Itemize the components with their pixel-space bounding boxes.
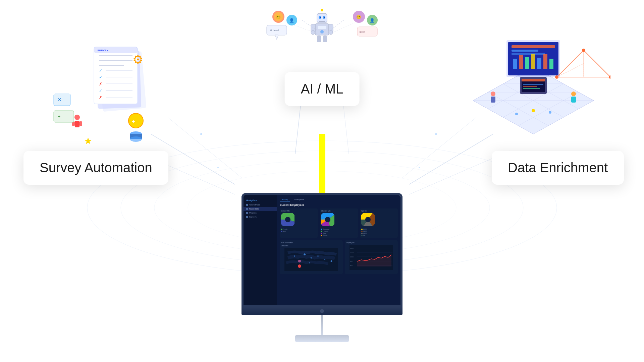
chart-age-label: Age Mix <box>361 210 396 212</box>
svg-rect-110 <box>319 21 325 22</box>
svg-text:✓: ✓ <box>99 68 102 73</box>
main-scene: ✓ ✓ ✗ ✓ ✗ SURVEY ⚙ <box>0 0 644 362</box>
legend-eth4: African <box>321 234 356 236</box>
monitor-screen: Analytics Talent Pools Customers Project… <box>241 193 402 307</box>
survey-label-text: Survey Automation <box>40 160 152 175</box>
pie-chart-gender <box>281 213 294 226</box>
svg-rect-78 <box>571 97 576 103</box>
chart-gender: Gender Mix Female <box>280 208 318 238</box>
survey-illustration: ✓ ✓ ✗ ✓ ✗ SURVEY ⚙ <box>34 27 174 168</box>
chart-age: Age Mix 18-30 <box>360 208 398 238</box>
map-svg <box>281 248 341 271</box>
svg-rect-74 <box>549 59 553 69</box>
svg-rect-70 <box>525 57 529 69</box>
sidebar-title: Analytics <box>244 198 277 203</box>
svg-rect-71 <box>531 54 535 69</box>
aiml-label-card: AI / ML <box>285 72 360 106</box>
legend-dot-male <box>281 231 282 232</box>
svg-point-77 <box>571 92 576 96</box>
svg-line-123 <box>330 22 357 34</box>
svg-rect-118 <box>317 36 321 42</box>
sidebar-icon-customers <box>246 208 248 210</box>
svg-point-87 <box>549 111 551 114</box>
svg-point-117 <box>329 31 333 35</box>
svg-text:1,000: 1,000 <box>350 256 354 258</box>
svg-text:1,100: 1,100 <box>350 252 354 253</box>
data-enrichment-label-card: Data Enrichment <box>492 151 624 185</box>
dashboard-tabs: Activity Intelligence <box>280 198 398 201</box>
svg-point-49 <box>130 136 142 142</box>
svg-rect-68 <box>513 59 517 69</box>
svg-point-15 <box>435 133 437 135</box>
svg-text:👤: 👤 <box>289 18 294 23</box>
svg-rect-37 <box>75 121 79 127</box>
legend-age4: 51+ <box>361 234 396 236</box>
svg-point-148 <box>298 264 301 268</box>
svg-rect-69 <box>519 55 523 69</box>
chart-locations: Size & Location Locations <box>280 240 343 274</box>
chart-employees: Employees 1,200 1,100 1,000 900 800 <box>345 240 398 274</box>
svg-text:😊: 😊 <box>356 14 361 19</box>
sidebar-label-customers: Customers <box>249 208 259 210</box>
line-chart-svg: 1,200 1,100 1,000 900 800 <box>346 245 396 270</box>
legend-text-eth2: Hispanic <box>323 230 328 232</box>
legend-age3: 41-50 <box>361 232 396 234</box>
sidebar-label-talent: Talent Pools <box>249 204 260 206</box>
svg-rect-41 <box>54 94 70 106</box>
bottom-charts-row: Size & Location Locations <box>280 240 398 274</box>
pie-chart-age <box>361 213 375 226</box>
svg-text:Hi there!: Hi there! <box>270 29 279 32</box>
age-legend: 18-30 31-40 41-50 <box>361 228 396 236</box>
svg-text:800: 800 <box>350 265 353 266</box>
sidebar-item-projects[interactable]: Projects <box>244 211 277 215</box>
legend-female: Female <box>281 228 316 230</box>
dashboard: Analytics Talent Pools Customers Project… <box>244 195 400 305</box>
svg-text:Hello!: Hello! <box>359 31 365 33</box>
legend-eth1: Caucasian <box>321 228 356 230</box>
svg-point-107 <box>324 17 325 18</box>
tab-intelligence[interactable]: Intelligence <box>292 198 306 201</box>
legend-text-age2: 31-40 <box>363 230 367 232</box>
gender-legend: Female Male <box>281 228 316 232</box>
legend-text-eth1: Caucasian <box>323 228 329 230</box>
svg-line-6 <box>168 117 241 178</box>
svg-rect-43 <box>54 111 74 122</box>
svg-text:✓: ✓ <box>99 88 102 93</box>
svg-text:+: + <box>132 119 135 124</box>
svg-point-14 <box>217 167 219 168</box>
svg-text:👤: 👤 <box>370 18 375 23</box>
svg-rect-73 <box>543 54 547 69</box>
svg-point-86 <box>515 113 518 115</box>
svg-rect-112 <box>318 26 326 29</box>
legend-dot-age4 <box>361 235 363 236</box>
svg-point-85 <box>532 109 535 112</box>
locations-label: Size & Location <box>281 242 341 244</box>
svg-point-13 <box>200 133 202 135</box>
sidebar-item-customers[interactable]: Customers <box>244 207 277 211</box>
sidebar-item-talent[interactable]: Talent Pools <box>244 203 277 207</box>
svg-text:1,200: 1,200 <box>350 247 354 249</box>
monitor: Analytics Talent Pools Customers Project… <box>241 193 402 342</box>
monitor-container: Analytics Talent Pools Customers Project… <box>241 193 402 342</box>
data-enrichment-label-text: Data Enrichment <box>508 160 608 175</box>
tab-activity[interactable]: Activity <box>280 198 290 201</box>
svg-text:😊: 😊 <box>276 14 281 19</box>
svg-rect-119 <box>323 36 327 42</box>
legend-dot-age1 <box>361 229 363 230</box>
svg-point-16 <box>419 167 420 168</box>
monitor-power-dot <box>320 309 324 313</box>
svg-point-113 <box>320 30 324 34</box>
legend-dot-age3 <box>361 233 363 234</box>
section-title: Current Employees <box>280 203 398 206</box>
svg-point-75 <box>491 92 495 96</box>
svg-rect-81 <box>522 79 545 81</box>
sidebar-item-surveys[interactable]: Surveys <box>244 215 277 219</box>
legend-text-age3: 41-50 <box>363 232 367 234</box>
legend-dot-eth1 <box>321 229 322 230</box>
charts-row: Gender Mix Female <box>280 208 398 238</box>
svg-text:★: ★ <box>84 136 92 146</box>
legend-dot-female <box>281 229 282 230</box>
employees-label: Employees <box>346 242 396 244</box>
svg-text:900: 900 <box>350 260 353 262</box>
svg-text:✓: ✓ <box>99 75 102 80</box>
